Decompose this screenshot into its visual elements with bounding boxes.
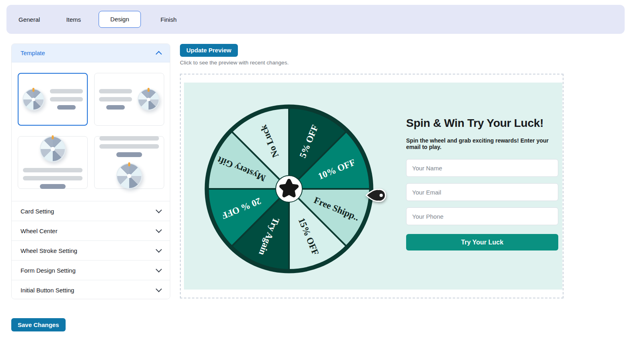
template-accordion-header[interactable]: Template (12, 44, 170, 62)
chevron-down-icon (156, 246, 162, 253)
spin-wheel-svg: 5% OFF10% OFFFree Shipp..15% OFFTry Agai… (204, 104, 374, 274)
template-option-wheel-bottom[interactable] (94, 136, 164, 189)
text-line-placeholder (99, 97, 132, 101)
accordion-wheel-stroke-setting[interactable]: Wheel Stroke Setting (12, 240, 170, 260)
try-your-luck-button[interactable]: Try Your Luck (406, 234, 558, 250)
accordion-initial-button-setting[interactable]: Initial Button Setting (12, 280, 170, 299)
update-preview-button[interactable]: Update Preview (180, 44, 238, 57)
accordion-label: Wheel Stroke Setting (21, 247, 77, 254)
accordion-card-setting[interactable]: Card Setting (12, 201, 170, 221)
tab-general[interactable]: General (19, 16, 40, 23)
text-line-placeholder (99, 89, 132, 93)
template-accordion-title: Template (21, 50, 45, 56)
chevron-down-icon (156, 226, 162, 233)
accordion-wheel-center[interactable]: Wheel Center (12, 221, 170, 240)
preview-canvas: 5% OFF10% OFFFree Shipp..15% OFFTry Agai… (184, 83, 562, 290)
step-tabbar: General Items Design Finish (6, 5, 625, 34)
preview-title: Spin & Win Try Your Luck! (406, 117, 558, 130)
template-option-wheel-right[interactable] (94, 73, 164, 126)
button-placeholder (116, 152, 142, 157)
spin-wheel: 5% OFF10% OFFFree Shipp..15% OFFTry Agai… (204, 104, 374, 274)
email-field[interactable] (406, 183, 558, 201)
accordion-label: Form Design Setting (21, 267, 76, 274)
mini-wheel-icon (138, 89, 159, 110)
template-thumbnail (23, 89, 83, 110)
phone-field[interactable] (406, 207, 558, 225)
preview-subtitle: Spin the wheel and grab exciting rewards… (406, 137, 558, 150)
wheel-pointer-icon (365, 186, 390, 204)
preview-frame: 5% OFF10% OFFFree Shipp..15% OFFTry Agai… (180, 74, 564, 298)
mini-wheel-icon (116, 163, 142, 189)
tab-items[interactable]: Items (66, 16, 81, 23)
text-line-placeholder (50, 97, 83, 101)
template-thumbnail (99, 136, 159, 189)
text-line-placeholder (99, 144, 159, 149)
chevron-down-icon (156, 266, 162, 272)
accordion-label: Initial Button Setting (21, 287, 74, 294)
mini-wheel-icon (23, 89, 44, 110)
template-grid (12, 62, 170, 201)
chevron-down-icon (156, 207, 162, 213)
accordion-label: Card Setting (21, 208, 54, 215)
lead-form: Spin & Win Try Your Luck! Spin the wheel… (406, 117, 558, 250)
tab-finish[interactable]: Finish (161, 16, 177, 23)
preview-caption: Click to see the preview with recent cha… (180, 60, 289, 66)
spin-wheel-design-page: General Items Design Finish Template (0, 0, 644, 354)
template-option-wheel-top[interactable] (18, 136, 88, 189)
mini-wheel-icon (40, 136, 66, 162)
save-changes-button[interactable]: Save Changes (11, 318, 66, 331)
template-thumbnail (99, 89, 159, 110)
tab-design[interactable]: Design (99, 11, 141, 28)
accordion-form-design-setting[interactable]: Form Design Setting (12, 260, 170, 280)
button-placeholder (57, 105, 76, 110)
chevron-up-icon (156, 51, 162, 58)
template-thumbnail (23, 136, 83, 189)
text-line-placeholder (50, 89, 83, 93)
chevron-down-icon (156, 286, 162, 292)
name-field[interactable] (406, 159, 558, 177)
text-line-placeholder (23, 168, 83, 172)
button-placeholder (40, 184, 66, 189)
design-settings-sidebar: Template (11, 43, 170, 299)
accordion-label: Wheel Center (21, 228, 58, 234)
text-line-placeholder (99, 136, 159, 141)
button-placeholder (106, 105, 125, 110)
text-line-placeholder (23, 176, 83, 180)
template-option-wheel-left[interactable] (18, 73, 88, 126)
